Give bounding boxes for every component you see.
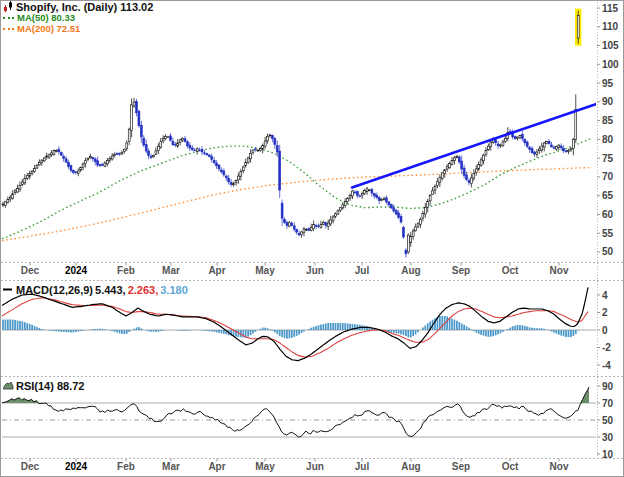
month-label: Apr — [208, 265, 225, 276]
year-label: 2024 — [65, 461, 88, 472]
macd-label: MACD(12,26,9) — [16, 284, 93, 296]
chart-background — [0, 0, 624, 477]
price-tick-label: 80 — [602, 134, 614, 145]
macd-tick-label: 4 — [602, 290, 608, 301]
month-label: Jun — [306, 265, 324, 276]
ma200-dotted-icon — [3, 28, 14, 30]
month-label: Mar — [162, 265, 180, 276]
month-label: Aug — [401, 265, 420, 276]
price-legend: Shopify, Inc. (Daily) 113.02 MA(50) 80.3… — [3, 1, 153, 34]
macd-tick-label: 2 — [602, 307, 608, 318]
month-label: Nov — [550, 461, 569, 472]
year-label: 2024 — [65, 265, 88, 276]
month-label: Sep — [452, 265, 470, 276]
month-label: Dec — [21, 461, 40, 472]
rsi-area-icon — [3, 380, 14, 391]
price-tick-label: 115 — [602, 3, 619, 14]
price-tick-label: 110 — [602, 21, 619, 32]
month-label: Oct — [502, 265, 519, 276]
macd-tick-label: 0 — [602, 325, 608, 336]
month-label: Dec — [21, 265, 40, 276]
price-tick-label: 60 — [602, 209, 614, 220]
macd-legend: MACD(12,26,9) 5.443, 2.263, 3.180 — [3, 284, 188, 295]
chart-canvas[interactable]: 11511010510095908580757065605550420-2-49… — [0, 0, 624, 477]
rsi-legend: RSI(14) 88.72 — [3, 380, 84, 391]
rsi-label: RSI(14) 88.72 — [16, 380, 84, 392]
price-tick-label: 100 — [602, 59, 619, 70]
rsi-tick-label: 90 — [602, 381, 614, 392]
price-tick-label: 55 — [602, 228, 614, 239]
price-tick-label: 85 — [602, 115, 614, 126]
month-label: Nov — [550, 265, 569, 276]
rsi-tick-label: 50 — [602, 415, 614, 426]
month-label: Jul — [355, 461, 370, 472]
macd-value: 5.443, — [95, 284, 126, 296]
month-label: Jul — [355, 265, 370, 276]
ma200-label: MA(200) 72.51 — [17, 23, 80, 34]
price-tick-label: 75 — [602, 153, 614, 164]
rsi-tick-label: 10 — [602, 449, 614, 460]
month-label: Mar — [162, 461, 180, 472]
month-label: Feb — [117, 461, 135, 472]
macd-tick-label: -4 — [602, 360, 611, 371]
price-tick-label: 65 — [602, 190, 614, 201]
symbol-title: Shopify, Inc. (Daily) 113.02 — [16, 1, 153, 13]
month-label: Jun — [306, 461, 324, 472]
month-label: Oct — [502, 461, 519, 472]
rsi-tick-label: 30 — [602, 432, 614, 443]
month-label: Sep — [452, 461, 470, 472]
ma50-label: MA(50) 80.33 — [17, 12, 75, 23]
rsi-tick-label: 70 — [602, 398, 614, 409]
price-tick-label: 90 — [602, 96, 614, 107]
stockchart-container: 11511010510095908580757065605550420-2-49… — [0, 0, 624, 477]
macd-signal-value: 2.263, — [128, 284, 159, 296]
month-label: May — [255, 265, 275, 276]
macd-line-icon — [3, 284, 14, 295]
month-label: Apr — [208, 461, 225, 472]
price-tick-label: 105 — [602, 40, 619, 51]
month-label: Aug — [401, 461, 420, 472]
month-label: May — [255, 461, 275, 472]
price-tick-label: 95 — [602, 78, 614, 89]
ma50-dotted-icon — [3, 17, 14, 19]
macd-hist-value: 3.180 — [160, 284, 188, 296]
month-label: Feb — [117, 265, 135, 276]
price-tick-label: 50 — [602, 246, 614, 257]
price-tick-label: 70 — [602, 171, 614, 182]
candlestick-icon — [3, 1, 14, 12]
macd-tick-label: -2 — [602, 342, 611, 353]
